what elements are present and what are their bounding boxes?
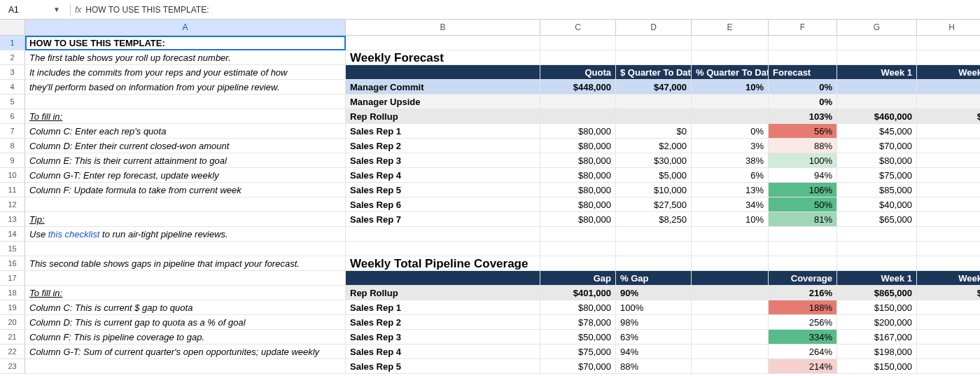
cell-F17[interactable]: Coverage <box>769 271 837 286</box>
cell-C1[interactable] <box>540 36 616 50</box>
cell-C4[interactable]: $448,000 <box>540 80 616 95</box>
row-header-2[interactable]: 2 <box>0 50 25 65</box>
cell-B9[interactable]: Sales Rep 3 <box>346 153 540 168</box>
cell-E7[interactable]: 0% <box>692 124 769 139</box>
cell-D22[interactable]: 94% <box>616 344 692 359</box>
cell-C12[interactable]: $80,000 <box>540 197 616 212</box>
cell-A12[interactable] <box>25 197 346 212</box>
cell-E16[interactable] <box>692 256 769 271</box>
cell-E12[interactable]: 34% <box>692 197 769 212</box>
cell-H21[interactable] <box>917 330 980 344</box>
name-box[interactable]: A1 <box>6 4 48 16</box>
cell-G2[interactable] <box>837 50 917 65</box>
cell-C18[interactable]: $401,000 <box>540 286 616 300</box>
cell-D14[interactable] <box>616 227 692 242</box>
row-header-6[interactable]: 6 <box>0 109 25 124</box>
cell-H20[interactable] <box>917 315 980 330</box>
cell-E22[interactable] <box>692 344 769 359</box>
cell-D5[interactable] <box>616 95 692 109</box>
cell-C19[interactable]: $80,000 <box>540 300 616 315</box>
cell-B14[interactable] <box>346 227 540 242</box>
cell-B18[interactable]: Rep Rollup <box>346 286 540 300</box>
cell-D21[interactable]: 63% <box>616 330 692 344</box>
cell-H22[interactable] <box>917 344 980 359</box>
cell-F21[interactable]: 334% <box>769 330 837 344</box>
cell-F2[interactable] <box>769 50 837 65</box>
cell-F4[interactable]: 0% <box>769 80 837 95</box>
cell-D18[interactable]: 90% <box>616 286 692 300</box>
cell-H15[interactable] <box>917 242 980 256</box>
cell-G18[interactable]: $865,000 <box>837 286 917 300</box>
cell-C2[interactable] <box>540 50 616 65</box>
cell-F6[interactable]: 103% <box>769 109 837 124</box>
row-header-11[interactable]: 11 <box>0 183 25 197</box>
cell-H3[interactable]: Week <box>917 65 980 80</box>
row-header-14[interactable]: 14 <box>0 227 25 242</box>
cell-B5[interactable]: Manager Upside <box>346 95 540 109</box>
cell-A18[interactable]: To fill in: <box>25 286 346 300</box>
cell-D6[interactable] <box>616 109 692 124</box>
cell-D12[interactable]: $27,500 <box>616 197 692 212</box>
cell-F5[interactable]: 0% <box>769 95 837 109</box>
cell-C15[interactable] <box>540 242 616 256</box>
cell-E18[interactable] <box>692 286 769 300</box>
cell-F20[interactable]: 256% <box>769 315 837 330</box>
cell-G23[interactable]: $150,000 <box>837 359 917 374</box>
cell-F19[interactable]: 188% <box>769 300 837 315</box>
col-header-D[interactable]: D <box>616 20 692 36</box>
col-header-C[interactable]: C <box>540 20 616 36</box>
cell-C3[interactable]: Quota <box>540 65 616 80</box>
cell-B1[interactable] <box>346 36 540 50</box>
cell-D4[interactable]: $47,000 <box>616 80 692 95</box>
col-header-G[interactable]: G <box>837 20 917 36</box>
row-header-18[interactable]: 18 <box>0 286 25 300</box>
cell-C22[interactable]: $75,000 <box>540 344 616 359</box>
cell-B3[interactable] <box>346 65 540 80</box>
cell-G21[interactable]: $167,000 <box>837 330 917 344</box>
cell-G12[interactable]: $40,000 <box>837 197 917 212</box>
cell-F14[interactable] <box>769 227 837 242</box>
col-header-F[interactable]: F <box>769 20 837 36</box>
cell-A6[interactable]: To fill in: <box>25 109 346 124</box>
cell-C14[interactable] <box>540 227 616 242</box>
cell-E20[interactable] <box>692 315 769 330</box>
row-header-8[interactable]: 8 <box>0 139 25 153</box>
cell-G4[interactable] <box>837 80 917 95</box>
cell-E17[interactable] <box>692 271 769 286</box>
cell-E3[interactable]: % Quarter To Date <box>692 65 769 80</box>
cell-A10[interactable]: Column G-T: Enter rep forecast, update w… <box>25 168 346 183</box>
cell-F12[interactable]: 50% <box>769 197 837 212</box>
cell-A21[interactable]: Column F: This is pipeline coverage to g… <box>25 330 346 344</box>
cell-G14[interactable] <box>837 227 917 242</box>
cell-D3[interactable]: $ Quarter To Date <box>616 65 692 80</box>
cell-C13[interactable]: $80,000 <box>540 212 616 227</box>
cell-B7[interactable]: Sales Rep 1 <box>346 124 540 139</box>
spreadsheet-grid[interactable]: A B C D E F G H 1 HOW TO USE THIS TEMPLA… <box>0 20 980 374</box>
cell-C9[interactable]: $80,000 <box>540 153 616 168</box>
cell-C8[interactable]: $80,000 <box>540 139 616 153</box>
cell-G7[interactable]: $45,000 <box>837 124 917 139</box>
cell-G20[interactable]: $200,000 <box>837 315 917 330</box>
cell-D23[interactable]: 88% <box>616 359 692 374</box>
cell-A13[interactable]: Tip: <box>25 212 346 227</box>
cell-F7[interactable]: 56% <box>769 124 837 139</box>
cell-D8[interactable]: $2,000 <box>616 139 692 153</box>
cell-E19[interactable] <box>692 300 769 315</box>
cell-B17[interactable] <box>346 271 540 286</box>
cell-H14[interactable] <box>917 227 980 242</box>
cell-B22[interactable]: Sales Rep 4 <box>346 344 540 359</box>
cell-H18[interactable]: $ <box>917 286 980 300</box>
cell-F18[interactable]: 216% <box>769 286 837 300</box>
cell-D16[interactable] <box>616 256 692 271</box>
cell-A19[interactable]: Column C: This is current $ gap to quota <box>25 300 346 315</box>
row-header-4[interactable]: 4 <box>0 80 25 95</box>
cell-H6[interactable]: $ <box>917 109 980 124</box>
cell-A1[interactable]: HOW TO USE THIS TEMPLATE: <box>25 36 346 50</box>
cell-B4[interactable]: Manager Commit <box>346 80 540 95</box>
cell-H11[interactable] <box>917 183 980 197</box>
cell-F10[interactable]: 94% <box>769 168 837 183</box>
cell-G3[interactable]: Week 1 <box>837 65 917 80</box>
cell-G13[interactable]: $65,000 <box>837 212 917 227</box>
cell-D10[interactable]: $5,000 <box>616 168 692 183</box>
cell-C23[interactable]: $70,000 <box>540 359 616 374</box>
